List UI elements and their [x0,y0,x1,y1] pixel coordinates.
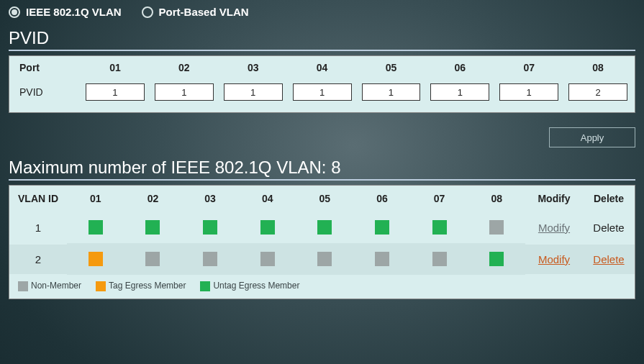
pvid-input-03[interactable] [224,83,283,101]
untag-member-icon [432,220,447,235]
legend-untag-egress: Untag Egress Member [200,281,299,291]
member-cell [239,243,296,275]
member-cell [67,211,124,243]
table-row: 1ModifyDelete [9,211,635,243]
col-port-04: 04 [239,186,296,211]
col-port-02: 02 [124,186,182,211]
pvid-input-08[interactable] [568,83,627,101]
untag-member-icon [260,220,275,235]
non-member-icon [317,252,332,266]
pvid-row-label: PVID [17,86,76,98]
pvid-col-07: 07 [499,62,558,73]
col-port-01: 01 [67,186,124,211]
non-member-icon [375,252,389,266]
square-icon [96,281,106,291]
member-cell [239,211,296,243]
non-member-icon [203,252,217,266]
radio-label: Port-Based VLAN [159,6,249,18]
pvid-input-06[interactable] [430,83,489,101]
col-port-06: 06 [353,186,411,211]
radio-icon [9,6,20,18]
non-member-icon [489,220,504,235]
col-modify: Modify [525,186,583,211]
pvid-col-02: 02 [155,62,214,73]
member-cell [296,243,354,275]
pvid-port-header: Port [17,62,76,73]
untag-member-icon [145,220,160,235]
radio-ieee-8021q[interactable]: IEEE 802.1Q VLAN [9,6,122,18]
pvid-input-02[interactable] [155,83,214,101]
col-port-03: 03 [181,186,239,211]
member-cell [353,211,411,243]
non-member-icon [432,252,447,266]
non-member-icon [260,252,275,266]
member-cell [181,243,239,275]
vlan-id-cell: 1 [9,213,67,242]
modify-cell: Modify [525,245,583,274]
member-cell [181,211,239,243]
tag-member-icon [89,252,103,266]
col-port-07: 07 [411,186,468,211]
vlan-section-title: Maximum number of IEEE 802.1Q VLAN: 8 [9,158,635,181]
untag-member-icon [203,220,217,235]
square-icon [200,281,210,291]
pvid-panel: Port 01 02 03 04 05 06 07 08 PVID [9,55,635,113]
untag-member-icon [375,220,389,235]
apply-button[interactable]: Apply [549,127,635,147]
vlan-legend: Non-Member Tag Egress Member Untag Egres… [9,275,635,299]
modify-cell: Modify [525,213,583,242]
delete-disabled: Delete [593,222,624,234]
pvid-input-07[interactable] [499,83,558,101]
vlan-id-cell: 2 [9,245,67,274]
radio-icon [142,6,153,18]
pvid-input-05[interactable] [362,83,421,101]
modify-link[interactable]: Modify [538,253,570,265]
pvid-col-04: 04 [293,62,352,73]
member-cell [124,243,182,275]
vlan-mode-selector: IEEE 802.1Q VLAN Port-Based VLAN [9,6,635,18]
table-row: 2ModifyDelete [9,243,635,275]
non-member-icon [145,252,160,266]
col-port-08: 08 [468,186,525,211]
member-cell [468,211,525,243]
member-cell [296,211,354,243]
member-cell [124,211,182,243]
pvid-col-06: 06 [430,62,489,73]
member-cell [411,243,468,275]
member-cell [353,243,411,275]
square-icon [18,281,28,291]
untag-member-icon [89,220,103,235]
col-port-05: 05 [296,186,354,211]
radio-port-based[interactable]: Port-Based VLAN [142,6,249,18]
untag-member-icon [489,252,504,266]
member-cell [67,243,124,275]
legend-tag-egress: Tag Egress Member [96,281,186,291]
modify-link[interactable]: Modify [538,222,570,234]
delete-cell: Delete [583,245,635,274]
member-cell [411,211,468,243]
member-cell [468,243,525,275]
delete-link[interactable]: Delete [593,253,624,265]
col-delete: Delete [583,186,635,211]
pvid-col-03: 03 [224,62,283,73]
pvid-input-04[interactable] [293,83,352,101]
delete-cell: Delete [583,213,635,242]
legend-non-member: Non-Member [18,281,81,291]
pvid-col-01: 01 [86,62,145,73]
radio-label: IEEE 802.1Q VLAN [26,6,122,18]
pvid-input-01[interactable] [86,83,145,101]
untag-member-icon [317,220,332,235]
pvid-col-05: 05 [362,62,421,73]
col-vlan-id: VLAN ID [9,186,67,211]
pvid-col-08: 08 [568,62,627,73]
vlan-table: VLAN ID 01 02 03 04 05 06 07 08 Modify D… [9,185,635,299]
pvid-title: PVID [9,28,635,51]
